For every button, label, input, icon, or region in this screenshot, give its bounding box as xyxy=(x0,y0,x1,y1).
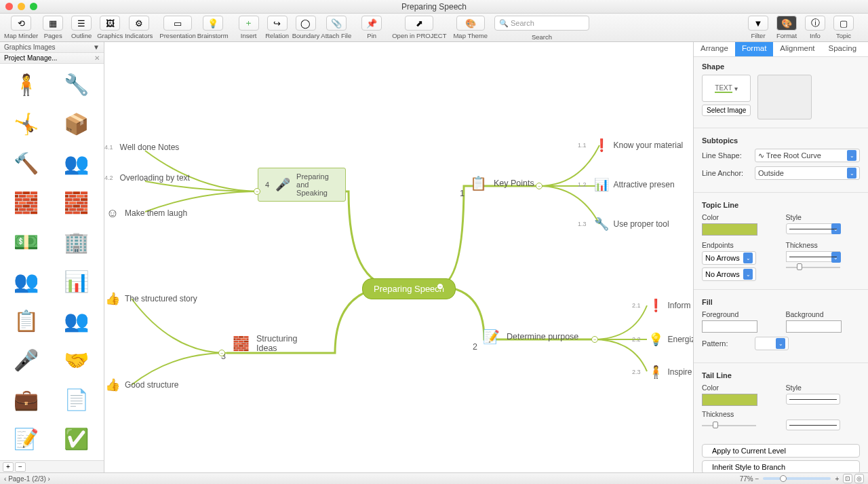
graphic-item[interactable]: 🧍 xyxy=(3,67,49,102)
tail-line-color[interactable] xyxy=(702,394,757,406)
topic-line-color[interactable] xyxy=(702,223,757,236)
graphic-item[interactable]: 🔧 xyxy=(54,67,100,102)
shape-selector[interactable]: TEXT ▾ xyxy=(702,75,751,102)
endpoint1-dropdown[interactable]: No Arrows⌄ xyxy=(702,251,756,265)
graphic-item[interactable]: 📊 xyxy=(54,263,100,299)
graphics-button[interactable]: 🖼Graphics xyxy=(96,16,123,39)
zoom-in[interactable]: + xyxy=(835,475,841,483)
tab-arrange[interactable]: Arrange xyxy=(694,42,735,56)
line-anchor-dropdown[interactable]: Outside⌄ xyxy=(755,166,860,180)
tail-thickness-preview[interactable] xyxy=(786,420,840,430)
building-icon: 🧱 xyxy=(231,335,251,352)
subtopic[interactable]: 2.2💡Energize xyxy=(632,331,693,348)
graphic-item[interactable]: 🔨 xyxy=(3,145,49,181)
subtopic[interactable]: 2.3🧍Inspire xyxy=(632,364,692,380)
prev-page[interactable]: ‹ xyxy=(4,475,6,483)
tab-alignment[interactable]: Alignment xyxy=(773,42,821,56)
inherit-style-button[interactable]: Inherit Style to Branch xyxy=(702,460,860,472)
graphic-item[interactable]: 🤸 xyxy=(3,106,49,141)
info-button[interactable]: ⓘInfo xyxy=(802,16,829,39)
graphic-item[interactable]: 📝 xyxy=(3,421,49,456)
graphic-item[interactable]: 📋 xyxy=(3,303,49,338)
filter-button[interactable]: ▼Filter xyxy=(745,16,772,39)
tail-thickness-slider[interactable] xyxy=(702,420,756,430)
open-project-button[interactable]: ⬈Open in PROJECT xyxy=(392,16,446,39)
presentation-button[interactable]: ▭Presentation xyxy=(159,16,195,39)
graphic-item[interactable]: 🤝 xyxy=(54,342,100,377)
graphic-item[interactable]: 💼 xyxy=(3,381,49,417)
attach-file-button[interactable]: 📎Attach File xyxy=(321,16,351,39)
fit-button[interactable]: ⊡ xyxy=(843,474,852,483)
search-input[interactable]: Search xyxy=(494,16,589,31)
zoom-slider[interactable] xyxy=(763,477,831,480)
apply-level-button[interactable]: Apply to Current Level xyxy=(702,444,860,458)
map-theme-button[interactable]: 🎨Map Theme xyxy=(453,16,488,39)
graphic-item[interactable]: ✅ xyxy=(54,421,100,456)
graphic-item[interactable]: 👥 xyxy=(54,303,100,338)
brainstorm-button[interactable]: 💡Brainstorm xyxy=(197,16,229,39)
next-page[interactable]: › xyxy=(48,475,50,483)
subtopic[interactable]: 4.1Well done Notes xyxy=(104,143,179,152)
thickness-preview[interactable]: ⌄ xyxy=(786,251,840,262)
tab-spacing[interactable]: Spacing xyxy=(821,42,863,56)
subtopic[interactable]: 1.2📊Attractive presen xyxy=(578,176,675,193)
close-icon[interactable]: ✕ xyxy=(94,54,100,62)
graphic-item[interactable]: 📦 xyxy=(54,106,100,141)
center-button[interactable]: ◎ xyxy=(854,474,864,483)
line-shape-dropdown[interactable]: ∿ Tree Root Curve⌄ xyxy=(755,149,860,162)
subtopic[interactable]: 👍Good structure xyxy=(104,377,178,393)
graphic-item[interactable]: 👥 xyxy=(54,145,100,181)
topic-preparing-speaking[interactable]: 4 🎤 Preparingand Speaking xyxy=(258,168,346,202)
expand-handle[interactable]: − xyxy=(218,350,225,356)
insert-button[interactable]: ＋Insert xyxy=(235,16,262,39)
topic-line-style[interactable]: ⌄ xyxy=(786,223,840,234)
select-image-button[interactable]: Select Image xyxy=(702,105,751,116)
subtopic[interactable]: 👍The structured story xyxy=(104,291,197,307)
format-button[interactable]: 🎨Format xyxy=(773,16,800,39)
sidebar-category[interactable]: Project Manage... ✕ xyxy=(0,53,104,64)
indicators-button[interactable]: ⚙Indicators xyxy=(125,16,153,39)
pin-button[interactable]: 📌Pin xyxy=(358,16,385,39)
page-indicator[interactable]: Page-1 (2/3) xyxy=(8,475,46,483)
thickness-slider[interactable] xyxy=(786,262,840,272)
graphic-item[interactable]: 🎤 xyxy=(3,342,49,377)
pages-button[interactable]: ▦Pages xyxy=(39,16,66,39)
subtopic[interactable]: 2.1❗Inform xyxy=(632,297,691,314)
endpoint2-dropdown[interactable]: No Arrows⌄ xyxy=(702,267,756,281)
subtopic[interactable]: ☺Make them laugh xyxy=(104,205,187,221)
speaker-icon: 🎤 xyxy=(275,176,291,193)
add-button[interactable]: + xyxy=(3,462,14,472)
tail-line-style[interactable] xyxy=(786,394,840,405)
subtopic[interactable]: 1.1❗Know your material xyxy=(578,137,683,153)
thumbs-up-icon: 👍 xyxy=(104,377,121,393)
topic-determine-purpose[interactable]: 2 📝 Determine purpose xyxy=(481,329,578,345)
topic-button[interactable]: ▢Topic xyxy=(830,16,857,39)
tab-format[interactable]: Format xyxy=(735,42,773,56)
graphic-item[interactable]: 💵 xyxy=(3,224,49,259)
outline-button[interactable]: ☰Outline xyxy=(68,16,95,39)
boundary-button[interactable]: ◯Boundary xyxy=(292,16,320,39)
foreground-color[interactable] xyxy=(702,320,757,333)
relation-button[interactable]: ↪Relation xyxy=(264,16,291,39)
topic-structuring-ideas[interactable]: 3 🧱 StructuringIdeas xyxy=(231,334,297,353)
map-minder-button[interactable]: ⟲Map Minder xyxy=(4,16,38,39)
mindmap-canvas[interactable]: Preparing Speech − 4 🎤 Preparingand Spea… xyxy=(104,42,693,472)
topic-key-points[interactable]: 1 📋 Key Points xyxy=(468,175,534,191)
subtopic[interactable]: 1.3🔧Use proper tool xyxy=(578,216,669,232)
graphic-item[interactable]: 📄 xyxy=(54,381,100,417)
pattern-dropdown[interactable]: ⌄ xyxy=(755,337,789,350)
image-preview[interactable] xyxy=(757,75,812,119)
expand-handle[interactable]: − xyxy=(591,336,598,343)
remove-button[interactable]: − xyxy=(15,462,26,472)
graphic-item[interactable]: 🧱 xyxy=(3,185,49,220)
graphic-item[interactable]: 🧱 xyxy=(54,185,100,220)
expand-handle[interactable]: − xyxy=(437,283,443,290)
zoom-out[interactable]: − xyxy=(753,475,760,483)
subtopic[interactable]: 4.2Overloading by text xyxy=(104,173,190,183)
graphic-item[interactable]: 🏢 xyxy=(54,224,100,259)
expand-handle[interactable]: − xyxy=(254,188,260,195)
expand-handle[interactable]: − xyxy=(536,183,542,189)
sidebar-header[interactable]: Graphics Images▼ xyxy=(0,42,104,53)
background-color[interactable] xyxy=(786,320,842,333)
graphic-item[interactable]: 👥 xyxy=(3,263,49,299)
